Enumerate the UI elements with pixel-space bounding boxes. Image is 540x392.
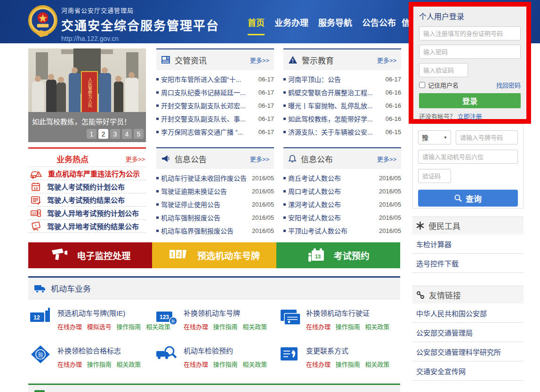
banner-electronic-monitoring[interactable]: 电子监控处理 — [28, 242, 152, 268]
news-item[interactable]: 李万保同志做客交通广播 “...06-17 — [156, 125, 274, 138]
panel-more-link[interactable]: 更多>> — [250, 56, 269, 64]
service-link[interactable]: 在线办理 — [306, 361, 330, 368]
news-item[interactable]: 驾驶证逾期未换证公告2016/05 — [156, 184, 274, 198]
pager-1[interactable]: 1 — [87, 129, 97, 139]
friend-link-traffic-bureau[interactable]: 公安部交通管理局 — [412, 323, 524, 342]
nav-service-guide[interactable]: 服务导航 — [318, 16, 352, 28]
inspection-search-icon — [155, 344, 178, 364]
nav-announcements[interactable]: 公告公布 — [362, 16, 396, 28]
remember-username-checkbox[interactable] — [419, 82, 425, 88]
register-link[interactable]: 立即注册 — [458, 113, 482, 120]
hot-item-remote-exam-plan[interactable]: 12 驾驶人异地考试预约计划公布 — [28, 207, 146, 220]
service-link[interactable]: 操作指南 — [87, 361, 112, 368]
news-item[interactable]: 安阳市车管所进入全国“十...06-17 — [156, 72, 274, 86]
tool-link-vehicle-check-calculator[interactable]: 车检计算器 — [412, 234, 524, 254]
friend-link-safety-site[interactable]: 交通安全宣传网 — [412, 361, 524, 381]
service-link[interactable]: 相关政策 — [116, 361, 141, 368]
hot-item-exam-result[interactable]: 驾驶人考试预约结果公布 — [28, 193, 146, 207]
query-button[interactable]: 查询 — [418, 190, 518, 207]
service-link[interactable]: 在线办理 — [184, 361, 208, 368]
service-title: 变更联系方式 — [306, 345, 393, 355]
news-carousel[interactable]: 人民警察为人民 肇事逃逸 如此驾校教练，怎能带好学员！ 1 2 3 4 5 — [28, 48, 146, 142]
news-item[interactable]: 漯河考试人数公布2016/05 — [283, 198, 401, 211]
service-link[interactable]: 操作指南 — [336, 361, 360, 368]
hot-more-link[interactable]: 更多>> — [126, 154, 145, 163]
panel-title: 信息公布 — [301, 153, 333, 165]
tools-links: 车检计算器 选号控件下载 — [412, 234, 524, 273]
id-number-field[interactable] — [419, 26, 521, 40]
news-item[interactable]: 机动车临界强制报废公告2016/05 — [156, 224, 274, 237]
friend-link-mps[interactable]: 中华人民共和国公安部 — [412, 304, 524, 323]
news-item[interactable]: 机动车强制报废公告2016/05 — [156, 211, 274, 224]
friend-link-research-institute[interactable]: 公安部交通管理科学研究所 — [412, 342, 524, 361]
police-badge-logo — [27, 4, 58, 39]
news-item[interactable]: 如此驾校教练，怎能带好学...06-16 — [283, 112, 401, 125]
nav-home[interactable]: 首页 — [248, 16, 265, 28]
news-item[interactable]: 济源支队：关于车辆被公安...06-15 — [283, 125, 401, 138]
pager-3[interactable]: 3 — [110, 129, 120, 139]
news-item[interactable]: 机动车行驶证未收回作废公告2016/05 — [156, 171, 274, 184]
province-select[interactable]: 豫 ▼ — [418, 130, 451, 144]
panel-more-link[interactable]: 更多>> — [377, 154, 396, 163]
service-link[interactable]: 在线办理 — [57, 323, 82, 330]
banner-exam-appointment[interactable]: 13 考试预约 — [276, 242, 400, 268]
service-link[interactable]: 操作指南 — [116, 323, 141, 330]
news-item[interactable]: 周口考试人数公布2016/05 — [283, 184, 401, 198]
page-title: 交通安全综合服务管理平台 — [61, 16, 219, 33]
panel-more-link[interactable]: 更多>> — [377, 56, 396, 64]
banner-plate-preselection[interactable]: 12 预选机动车号牌 — [152, 242, 276, 268]
service-link[interactable]: 操作指南 — [213, 361, 238, 368]
forgot-password-link[interactable]: 找回密码 — [496, 80, 521, 89]
query-captcha-field[interactable] — [418, 169, 451, 183]
news-item[interactable]: 开封交警支队副支队长、事...06-17 — [156, 112, 274, 125]
megaphone-icon — [161, 154, 170, 163]
captcha-field[interactable] — [419, 63, 468, 77]
svg-text:补: 补 — [171, 319, 175, 324]
svg-text:1: 1 — [171, 251, 174, 258]
service-link[interactable]: 模拟选号 — [87, 323, 112, 330]
plate-number-field[interactable] — [456, 130, 518, 144]
tool-link-plate-control-download[interactable]: 选号控件下载 — [412, 254, 524, 273]
news-item[interactable]: 曝光丨车窗抛物、乱停乱放...06-16 — [283, 99, 401, 112]
login-button[interactable]: 登录 — [419, 93, 521, 108]
service-link[interactable]: 相关政策 — [242, 361, 267, 368]
news-item[interactable]: 驾驶证停止使用公告2016/05 — [156, 198, 274, 211]
service-link[interactable]: 在线办理 — [184, 323, 208, 330]
newspaper-icon — [161, 56, 170, 64]
carousel-caption-bar: 如此驾校教练，怎能带好学员！ 1 2 3 4 5 — [28, 112, 146, 142]
warning-education-panel: 警示教育 更多>> 河南平顶山：公告06-17 鹤壁交警联合开展整治工程...0… — [283, 48, 401, 138]
plate-select-icon: 12 — [29, 307, 52, 327]
news-item[interactable]: 平顶山考试人数公布2016/05 — [283, 224, 401, 237]
hot-item-exam-plan[interactable]: 13 驾驶人考试预约计划公布 — [28, 180, 146, 193]
service-link[interactable]: 操作指南 — [213, 323, 238, 330]
service-title: 补换领检验合格标志 — [57, 345, 144, 355]
service-link[interactable]: 相关政策 — [365, 323, 389, 330]
service-link[interactable]: 在线办理 — [57, 361, 82, 368]
news-item[interactable]: 开封交警支队副支队长邓宏...06-17 — [156, 99, 274, 112]
calendar-result-icon — [30, 194, 41, 206]
news-item[interactable]: 商丘考试人数公布2016/05 — [283, 171, 401, 184]
nav-business[interactable]: 业务办理 — [274, 16, 308, 28]
chain-link-icon — [416, 291, 425, 299]
service-link[interactable]: 相关政策 — [242, 323, 267, 330]
service-link[interactable]: 相关政策 — [365, 361, 389, 368]
service-link[interactable]: 在线办理 — [306, 323, 330, 330]
service-item-inspection-appointment: 机动车检验预约 在线办理 操作指南 相关政策 — [155, 344, 279, 368]
news-item[interactable]: 周口支队纪委书记赫延廷一...06-17 — [156, 86, 274, 99]
svg-text:12: 12 — [32, 211, 36, 216]
hot-item-remote-exam-result[interactable]: 驾驶人异地考试预约结果公布 — [28, 220, 146, 233]
banner-label: 预选机动车号牌 — [197, 249, 260, 262]
hot-item-violations[interactable]: 重点机动车严重违法行为公示 — [28, 167, 146, 180]
pager-4[interactable]: 4 — [122, 129, 132, 139]
news-item[interactable]: 河南平顶山：公告06-17 — [283, 72, 401, 86]
personal-login-panel: 个人用户登录 记住用户名 找回密码 登录 还没有帐号？ 立即注册 — [409, 2, 531, 124]
pager-2[interactable]: 2 — [98, 129, 108, 139]
panel-more-link[interactable]: 更多>> — [250, 154, 269, 163]
engine-number-field[interactable] — [418, 150, 518, 164]
service-link[interactable]: 操作指南 — [336, 323, 360, 330]
news-item[interactable]: 安阳考试人数公布2016/05 — [283, 211, 401, 224]
pager-5[interactable]: 5 — [134, 129, 144, 139]
news-item[interactable]: 鹤壁交警联合开展整治工程...06-16 — [283, 86, 401, 99]
section-title: 驾驶证业务 — [50, 390, 90, 392]
password-field[interactable] — [419, 45, 521, 59]
